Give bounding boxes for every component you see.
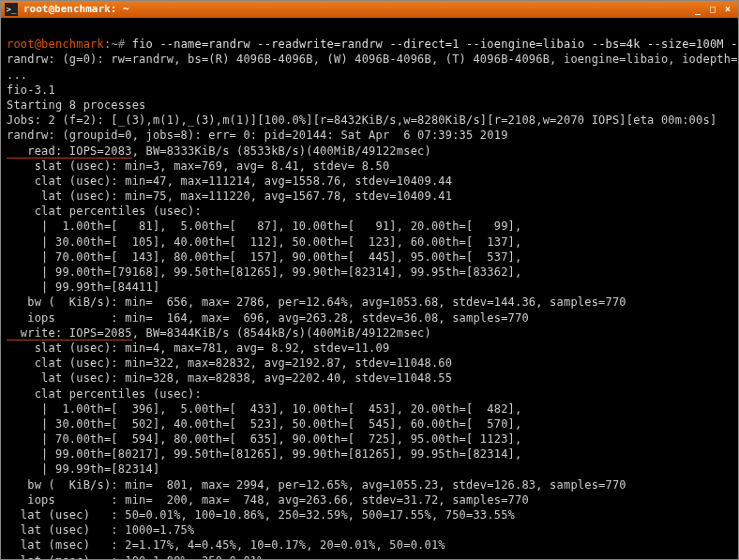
output-line: | 1.00th=[ 396], 5.00th=[ 433], 10.00th=…	[7, 402, 521, 416]
output-line: randrw: (g=0): rw=randrw, bs=(R) 4096B-4…	[7, 53, 739, 66]
output-line: iops : min= 200, max= 748, avg=263.66, s…	[7, 493, 529, 507]
command-text: fio --name=randrw --readwrite=randrw --d…	[132, 38, 739, 51]
output-line: | 99.00th=[79168], 99.50th=[81265], 99.9…	[7, 265, 521, 279]
output-line: slat (usec): min=4, max=781, avg= 8.92, …	[7, 341, 389, 355]
output-line: ...	[7, 68, 27, 82]
close-button[interactable]: ×	[721, 3, 734, 16]
output-line: lat (msec) : 100=1.88%, 250=0.01%	[7, 554, 264, 560]
output-line: clat percentiles (usec):	[7, 204, 202, 218]
output-line: lat (usec): min=75, max=111220, avg=1567…	[7, 189, 452, 203]
output-line: clat (usec): min=47, max=111214, avg=155…	[7, 174, 452, 188]
maximize-button[interactable]: □	[706, 3, 719, 16]
output-line: lat (msec) : 2=1.17%, 4=0.45%, 10=0.17%,…	[7, 538, 445, 552]
read-summary-highlight: read: IOPS=2083	[7, 144, 132, 159]
output-line: , BW=8344KiB/s (8544kB/s)(400MiB/49122ms…	[132, 326, 431, 340]
output-line: | 99.00th=[80217], 99.50th=[81265], 99.9…	[7, 447, 521, 461]
output-line: | 70.00th=[ 143], 80.00th=[ 157], 90.00t…	[7, 250, 521, 264]
write-summary-highlight: write: IOPS=2085	[7, 326, 132, 341]
prompt-userhost: root@benchmark	[7, 38, 104, 51]
output-line: bw ( KiB/s): min= 656, max= 2786, per=12…	[7, 295, 626, 309]
output-line: Jobs: 2 (f=2): [_(3),m(1),_(3),m(1)][100…	[7, 114, 716, 127]
terminal-icon: >_	[5, 3, 18, 16]
output-line: lat (usec): min=328, max=82838, avg=2202…	[7, 371, 452, 385]
minimize-button[interactable]: _	[691, 3, 704, 16]
output-line: fio-3.1	[7, 83, 55, 97]
output-line: iops : min= 164, max= 696, avg=263.28, s…	[7, 311, 529, 325]
window-title: root@benchmark: ~	[23, 3, 689, 17]
output-line: clat (usec): min=322, max=82832, avg=219…	[7, 356, 452, 370]
terminal-body[interactable]: root@benchmark:~# fio --name=randrw --re…	[1, 18, 738, 560]
output-line: | 99.99th=[82314]	[7, 462, 159, 476]
output-line: lat (usec) : 50=0.01%, 100=10.86%, 250=3…	[7, 508, 515, 522]
output-line: | 70.00th=[ 594], 80.00th=[ 635], 90.00t…	[7, 432, 521, 446]
output-line: slat (usec): min=3, max=769, avg= 8.41, …	[7, 159, 389, 173]
output-line: | 30.00th=[ 105], 40.00th=[ 112], 50.00t…	[7, 235, 521, 249]
output-line: clat percentiles (usec):	[7, 387, 202, 401]
output-line: lat (usec) : 1000=1.75%	[7, 523, 194, 537]
output-line: | 99.99th=[84411]	[7, 280, 159, 294]
prompt: root@benchmark:~#	[7, 38, 125, 51]
window-titlebar: >_ root@benchmark: ~ _ □ ×	[1, 1, 738, 18]
prompt-symbol: #	[118, 38, 125, 51]
output-line: | 30.00th=[ 502], 40.00th=[ 523], 50.00t…	[7, 417, 521, 431]
output-line: bw ( KiB/s): min= 801, max= 2994, per=12…	[7, 478, 626, 492]
output-line: | 1.00th=[ 81], 5.00th=[ 87], 10.00th=[ …	[7, 219, 521, 233]
prompt-path: ~	[111, 38, 117, 51]
output-line: , BW=8333KiB/s (8533kB/s)(400MiB/49122ms…	[132, 144, 431, 158]
output-line: Starting 8 processes	[7, 98, 146, 112]
output-line: randrw: (groupid=0, jobs=8): err= 0: pid…	[7, 129, 508, 142]
